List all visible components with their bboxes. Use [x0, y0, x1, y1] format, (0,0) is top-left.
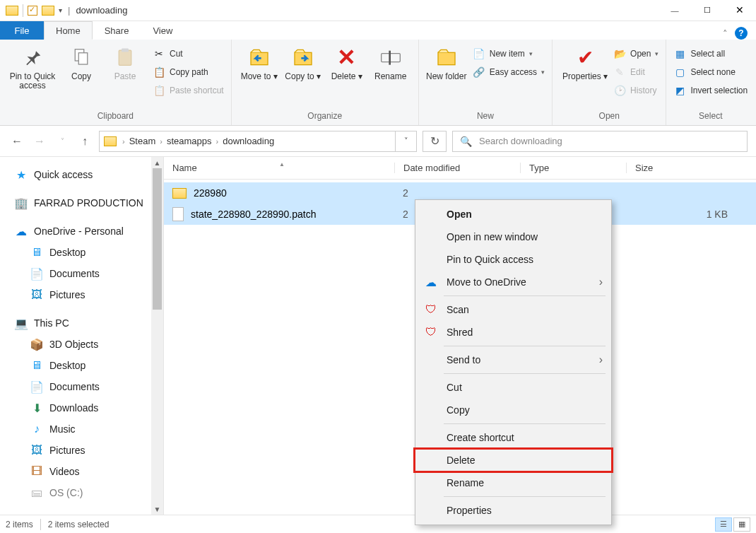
- group-label-open: Open: [558, 111, 660, 125]
- context-pin-quick-access[interactable]: Pin to Quick access: [415, 248, 611, 271]
- column-name[interactable]: Name▲: [164, 163, 394, 173]
- edit-button[interactable]: ✎Edit: [612, 64, 660, 81]
- address-history-dropdown[interactable]: ˅: [395, 131, 416, 151]
- context-rename[interactable]: Rename: [415, 472, 611, 494]
- column-date[interactable]: Date modified: [394, 163, 520, 173]
- delete-button[interactable]: ✕ Delete ▾: [325, 42, 369, 81]
- status-selected-count: 2 items selected: [48, 520, 110, 529]
- breadcrumb-sep-icon[interactable]: ›: [160, 137, 163, 146]
- sidebar-item-pictures-2[interactable]: 🖼Pictures: [0, 440, 163, 461]
- move-to-icon: [247, 45, 271, 69]
- search-input[interactable]: 🔍 Search downloading: [452, 131, 748, 152]
- sidebar-item-videos[interactable]: 🎞Videos: [0, 461, 163, 482]
- new-folder-button[interactable]: New folder: [425, 42, 468, 81]
- sidebar-item-desktop-2[interactable]: 🖥Desktop: [0, 355, 163, 376]
- invert-selection-button[interactable]: ◩Invert selection: [672, 82, 749, 99]
- this-pc-icon: 💻: [14, 317, 28, 330]
- history-button[interactable]: 🕑History: [612, 82, 660, 99]
- paste-button[interactable]: Paste: [103, 42, 147, 81]
- new-item-icon: 📄: [473, 48, 485, 59]
- context-copy[interactable]: Copy: [415, 399, 611, 421]
- sidebar-item-documents[interactable]: 📄Documents: [0, 263, 163, 284]
- recent-locations-button[interactable]: ˅: [54, 133, 71, 150]
- cut-button[interactable]: ✂Cut: [151, 45, 225, 62]
- rename-button[interactable]: Rename: [369, 42, 413, 81]
- context-shred[interactable]: 🛡Shred: [415, 321, 611, 344]
- scroll-down-icon[interactable]: ▼: [151, 503, 163, 515]
- forward-button[interactable]: →: [31, 133, 48, 150]
- column-type[interactable]: Type: [520, 163, 626, 173]
- paste-shortcut-button[interactable]: 📋Paste shortcut: [151, 82, 225, 99]
- nav-bar: ← → ˅ ↑ › Steam › steamapps › downloadin…: [0, 126, 756, 157]
- sidebar-item-desktop[interactable]: 🖥Desktop: [0, 242, 163, 263]
- address-bar[interactable]: › Steam › steamapps › downloading ˅: [99, 131, 417, 152]
- up-button[interactable]: ↑: [76, 133, 93, 150]
- nav-sidebar: ★Quick access 🏢FARRAD PRODUCTION ☁OneDri…: [0, 157, 164, 515]
- sidebar-item-downloads[interactable]: ⬇Downloads: [0, 397, 163, 418]
- paste-shortcut-icon: 📋: [153, 85, 165, 96]
- qat-new-folder-icon[interactable]: [42, 6, 54, 16]
- drive-icon: 🖴: [30, 486, 44, 499]
- collapse-ribbon-icon[interactable]: ˄: [723, 28, 728, 39]
- context-move-to-onedrive[interactable]: ☁Move to OneDrive›: [415, 271, 611, 293]
- breadcrumb-sep-icon[interactable]: ›: [122, 137, 125, 146]
- context-create-shortcut[interactable]: Create shortcut: [415, 426, 611, 449]
- ribbon: Pin to Quick access Copy Paste ✂Cut: [0, 40, 756, 126]
- select-all-button[interactable]: ▦Select all: [672, 45, 749, 62]
- scroll-thumb[interactable]: [153, 168, 162, 310]
- scroll-up-icon[interactable]: ▲: [151, 157, 163, 168]
- tab-share[interactable]: Share: [93, 21, 141, 40]
- help-icon[interactable]: ?: [735, 27, 748, 40]
- pin-to-quick-access-button[interactable]: Pin to Quick access: [6, 42, 59, 90]
- sidebar-item-pictures[interactable]: 🖼Pictures: [0, 284, 163, 305]
- column-size[interactable]: Size: [626, 163, 756, 173]
- qat-divider: [23, 4, 23, 17]
- select-none-button[interactable]: ▢Select none: [672, 64, 749, 81]
- sidebar-item-farrad[interactable]: 🏢FARRAD PRODUCTION: [0, 192, 163, 213]
- context-scan[interactable]: 🛡Scan: [415, 298, 611, 321]
- back-button[interactable]: ←: [8, 133, 25, 150]
- view-details-button[interactable]: ☰: [715, 517, 732, 532]
- sidebar-item-documents-2[interactable]: 📄Documents: [0, 376, 163, 397]
- move-to-button[interactable]: Move to ▾: [237, 42, 281, 81]
- breadcrumb-sep-icon[interactable]: ›: [216, 137, 219, 146]
- easy-access-button[interactable]: 🔗Easy access ▾: [471, 64, 546, 81]
- file-icon: [172, 207, 184, 221]
- refresh-button[interactable]: ↻: [423, 131, 447, 152]
- sidebar-item-music[interactable]: ♪Music: [0, 418, 163, 440]
- open-button[interactable]: 📂Open ▾: [612, 45, 660, 62]
- copy-button[interactable]: Copy: [59, 42, 103, 81]
- breadcrumb-item[interactable]: steamapps: [165, 136, 213, 146]
- tab-file[interactable]: File: [0, 21, 44, 40]
- qat-dropdown-icon[interactable]: ▾: [59, 6, 62, 14]
- properties-button[interactable]: ✔ Properties ▾: [558, 42, 612, 81]
- tab-home[interactable]: Home: [44, 21, 93, 40]
- breadcrumb-item[interactable]: Steam: [128, 136, 158, 146]
- desktop-icon: 🖥: [30, 359, 44, 372]
- context-open-new-window[interactable]: Open in new window: [415, 226, 611, 248]
- sidebar-item-quick-access[interactable]: ★Quick access: [0, 164, 163, 185]
- copy-path-button[interactable]: 📋Copy path: [151, 64, 225, 81]
- tab-view[interactable]: View: [141, 21, 184, 40]
- sidebar-item-onedrive[interactable]: ☁OneDrive - Personal: [0, 221, 163, 242]
- sidebar-item-this-pc[interactable]: 💻This PC: [0, 312, 163, 334]
- qat-properties-icon[interactable]: [28, 6, 37, 16]
- context-cut[interactable]: Cut: [415, 376, 611, 399]
- new-item-button[interactable]: 📄New item ▾: [471, 45, 546, 62]
- context-properties[interactable]: Properties: [415, 499, 611, 522]
- maximize-button[interactable]: ☐: [691, 0, 723, 21]
- file-date: 2: [394, 187, 520, 199]
- context-open[interactable]: Open: [415, 203, 611, 226]
- context-delete[interactable]: Delete: [415, 449, 611, 472]
- sidebar-scrollbar[interactable]: ▲ ▼: [151, 157, 163, 515]
- group-label-select: Select: [672, 111, 749, 125]
- view-large-icons-button[interactable]: ▦: [733, 517, 750, 532]
- minimize-button[interactable]: —: [658, 0, 691, 21]
- documents-icon: 📄: [30, 380, 44, 394]
- context-send-to[interactable]: Send to›: [415, 348, 611, 371]
- sidebar-item-3d-objects[interactable]: 📦3D Objects: [0, 334, 163, 355]
- breadcrumb-item[interactable]: downloading: [221, 136, 276, 146]
- sidebar-item-os-c[interactable]: 🖴OS (C:): [0, 482, 163, 503]
- close-button[interactable]: ✕: [723, 0, 756, 21]
- copy-to-button[interactable]: Copy to ▾: [281, 42, 325, 81]
